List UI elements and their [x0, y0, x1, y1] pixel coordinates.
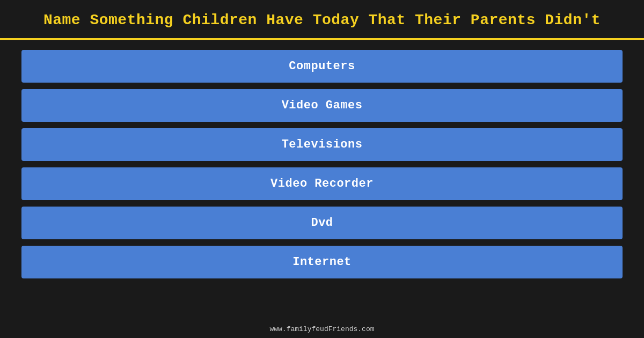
- footer-url: www.familyfeudFriends.com: [269, 325, 374, 333]
- answer-label-5: Dvd: [311, 216, 333, 230]
- answer-row-6[interactable]: Internet: [21, 246, 623, 278]
- question-title: Name Something Children Have Today That …: [21, 12, 623, 28]
- answer-row-4[interactable]: Video Recorder: [21, 167, 623, 200]
- header: Name Something Children Have Today That …: [0, 0, 644, 38]
- answer-label-6: Internet: [292, 255, 352, 269]
- answer-row-2[interactable]: Video Games: [21, 89, 623, 122]
- answers-container: Computers Video Games Televisions Video …: [0, 40, 644, 320]
- answer-row-3[interactable]: Televisions: [21, 128, 623, 161]
- answer-label-4: Video Recorder: [270, 177, 374, 190]
- answer-label-1: Computers: [289, 60, 355, 73]
- answer-row-5[interactable]: Dvd: [21, 207, 623, 239]
- answer-label-3: Televisions: [282, 138, 363, 151]
- answer-label-2: Video Games: [282, 99, 363, 112]
- answer-row-1[interactable]: Computers: [21, 50, 623, 83]
- footer: www.familyfeudFriends.com: [0, 320, 644, 338]
